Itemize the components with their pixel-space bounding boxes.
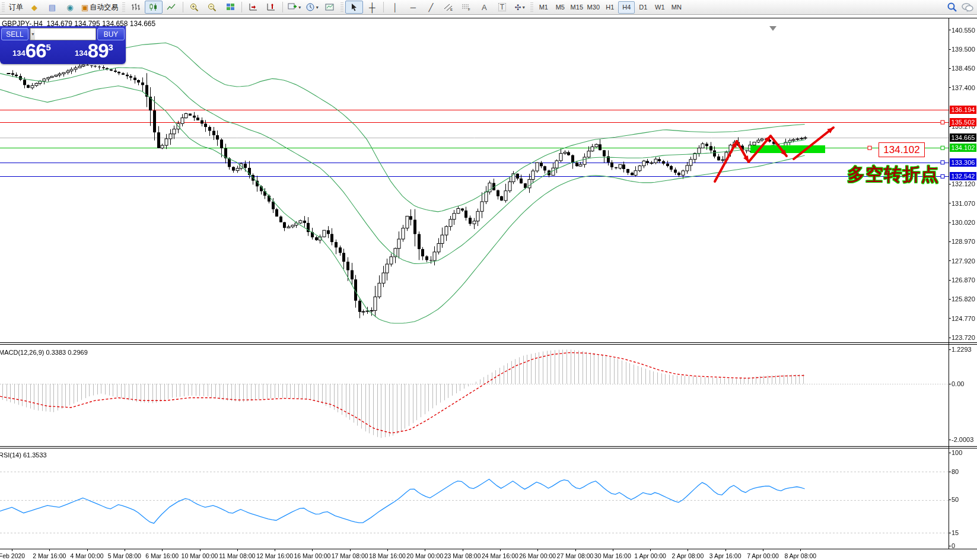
price-badge-134.665: 134.665	[950, 133, 976, 142]
indicator-tick-label: 100	[951, 449, 962, 456]
indicator-tick-label: 50	[951, 496, 959, 503]
pane-separator[interactable]	[0, 448, 977, 448]
price-tick-mark	[949, 241, 951, 242]
time-tick-label: 5 Mar 08:00	[108, 552, 141, 559]
indicator-tick-label: 0	[951, 542, 955, 549]
chart-surface[interactable]	[0, 0, 977, 560]
time-tick-mark	[49, 549, 50, 551]
indicator-tick-mark	[949, 546, 951, 546]
sell-price-point: 5	[46, 42, 51, 52]
indicator-tick-mark	[949, 349, 951, 350]
sell-button[interactable]: SELL	[1, 28, 28, 40]
buy-price-pips: 89	[88, 41, 109, 61]
time-tick-mark	[125, 549, 125, 551]
time-tick-mark	[312, 549, 313, 551]
time-tick-label: 26 Mar 00:00	[519, 552, 556, 559]
price-tick-label: 124.770	[951, 315, 975, 322]
time-tick-mark	[763, 549, 763, 551]
time-tick-mark	[237, 549, 238, 551]
price-tick-mark	[949, 222, 951, 223]
volume-stepper: ▼ ▲	[30, 28, 96, 40]
time-tick-label: 1 Apr 00:00	[634, 552, 666, 559]
indicator-tick-label: -2.0003	[951, 436, 973, 443]
volume-decrease-button[interactable]: ▼	[30, 28, 35, 40]
time-tick-label: 18 Mar 16:00	[369, 552, 406, 559]
time-tick-label: 16 Mar 00:00	[294, 552, 330, 559]
time-tick-mark	[688, 549, 688, 551]
time-tick-label: 11 Mar 08:00	[219, 552, 255, 559]
time-tick-label: 6 Mar 16:00	[145, 552, 179, 559]
sell-price-pips: 66	[26, 41, 46, 61]
price-tick-mark	[949, 280, 951, 281]
price-tick-label: 126.870	[951, 276, 975, 284]
indicator-tick-label: 80	[951, 468, 959, 475]
price-tick-label: 138.450	[951, 65, 975, 72]
indicator-tick-label: 0.00	[951, 380, 964, 387]
indicator-tick-mark	[949, 440, 951, 440]
buy-button[interactable]: BUY	[97, 28, 125, 40]
time-tick-mark	[87, 549, 88, 551]
indicator-tick-mark	[949, 533, 951, 533]
price-badge-133.306: 133.306	[950, 158, 976, 167]
time-tick-mark	[575, 549, 576, 551]
time-tick-label: 17 Mar 08:00	[332, 552, 368, 559]
sell-label: SELL	[6, 30, 23, 39]
indicator-tick-label: 1.2293	[951, 346, 972, 353]
price-tick-label: 140.550	[951, 27, 975, 34]
time-tick-label: 24 Mar 16:00	[482, 552, 518, 559]
time-tick-label: 10 Mar 00:00	[182, 552, 218, 559]
time-tick-mark	[350, 549, 351, 551]
price-tick-mark	[949, 299, 951, 300]
time-tick-label: 2 Apr 08:00	[672, 552, 704, 559]
indicator-tick-label: 15	[951, 529, 959, 536]
price-tick-label: 131.070	[951, 200, 975, 207]
price-tick-label: 132.120	[951, 180, 975, 187]
price-tick-label: 130.020	[951, 219, 975, 226]
pane-separator[interactable]	[0, 342, 977, 343]
price-tick-label: 128.970	[951, 238, 975, 245]
price-badge-136.194: 136.194	[950, 106, 976, 114]
time-tick-mark	[650, 549, 651, 551]
chart-top-border	[0, 18, 977, 18]
time-tick-mark	[200, 549, 201, 551]
time-tick-label: 27 Mar 08:00	[557, 552, 594, 559]
price-tick-label: 123.720	[951, 334, 975, 341]
indicator-tick-mark	[949, 499, 951, 500]
price-tick-mark	[949, 30, 951, 30]
price-badge-134.102: 134.102	[950, 144, 976, 152]
buy-price-button[interactable]: 134 89 3	[63, 41, 125, 61]
price-tick-mark	[949, 338, 951, 338]
sell-price-button[interactable]: 134 66 5	[1, 41, 62, 61]
time-tick-label: 30 Mar 16:00	[594, 552, 631, 559]
time-tick-label: 4 Mar 00:00	[71, 552, 104, 559]
rsi-label: RSI(14) 61.3533	[0, 451, 47, 459]
price-tick-mark	[949, 68, 951, 69]
sell-price-figure: 134	[12, 49, 26, 58]
pane-separator[interactable]	[0, 344, 977, 345]
buy-price-figure: 134	[75, 49, 88, 58]
time-tick-mark	[725, 549, 726, 551]
time-tick-label: 3 Apr 16:00	[709, 552, 741, 559]
price-tick-mark	[949, 260, 951, 261]
time-tick-mark	[500, 549, 501, 551]
pane-separator[interactable]	[0, 446, 977, 447]
price-tick-label: 139.500	[951, 46, 975, 53]
close-value: 134.665	[130, 20, 155, 28]
price-note-box[interactable]: 134.102	[879, 142, 925, 157]
time-tick-label: Feb 2020	[0, 552, 25, 559]
indicator-tick-mark	[949, 384, 951, 384]
price-badge-135.502: 135.502	[950, 118, 976, 126]
price-tick-label: 137.400	[951, 84, 975, 91]
time-tick-label: 12 Mar 16:00	[256, 552, 293, 559]
price-tick-mark	[949, 203, 951, 203]
price-tick-mark	[949, 49, 951, 50]
price-tick-label: 127.920	[951, 257, 975, 265]
macd-label: MACD(12,26,9) 0.3383 0.2969	[0, 349, 88, 356]
price-badge-132.542: 132.542	[950, 172, 976, 180]
volume-input[interactable]	[35, 28, 96, 40]
one-click-trade-panel: SELL ▼ ▲ BUY 134 66 5 134 89 3	[0, 26, 126, 64]
time-tick-label: 20 Mar 00:00	[406, 552, 443, 559]
time-tick-mark	[425, 549, 425, 551]
time-tick-mark	[537, 549, 538, 551]
turning-point-annotation[interactable]: 多空转折点	[847, 163, 939, 187]
